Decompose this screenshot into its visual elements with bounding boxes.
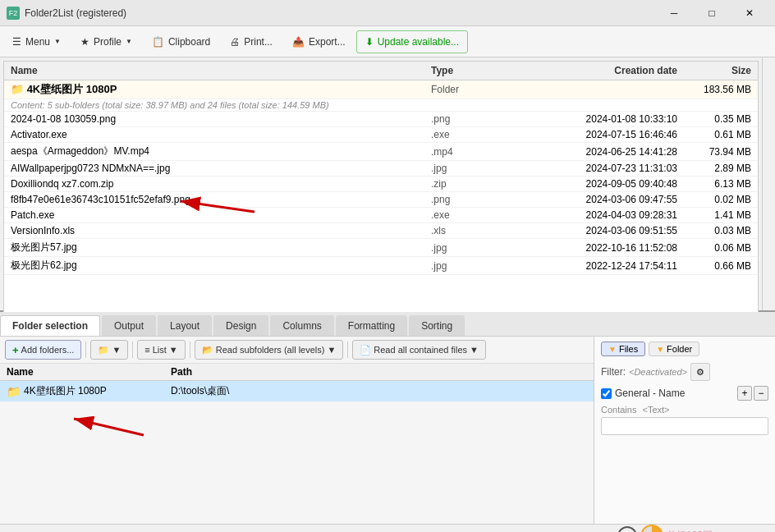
separator2 xyxy=(132,342,133,358)
col-type-header: Type xyxy=(431,65,530,76)
export-icon: 📤 xyxy=(292,36,305,48)
filter-row: General - Name + − xyxy=(601,386,768,401)
download-icon: ⬇ xyxy=(365,36,374,48)
table-row[interactable]: VersionInfo.xls .xls 2024-03-06 09:51:55… xyxy=(4,223,758,239)
add-folders-button[interactable]: + Add folders... xyxy=(5,340,81,360)
col-name-header: Name xyxy=(11,65,431,76)
file-list: Name Type Creation date Size 📁 4K壁纸图片 10… xyxy=(3,61,759,314)
subfolder-arrow-icon: ▼ xyxy=(327,345,336,355)
filter-header: Filter: <Deactivated> ⚙ xyxy=(601,363,768,381)
arrow-down-icon: ▼ xyxy=(112,345,121,355)
filter-config-button[interactable]: ⚙ xyxy=(690,363,710,381)
folder-toolbar: + Add folders... 📁 ▼ ≡ List ▼ 📂 Read xyxy=(0,337,594,364)
menu-button[interactable]: ☰ Menu ▼ xyxy=(3,30,70,53)
folder-list-header: Name Path xyxy=(0,364,594,381)
tab-design[interactable]: Design xyxy=(213,315,268,336)
separator3 xyxy=(190,342,190,358)
zoom-plus-circle[interactable]: + xyxy=(617,526,637,533)
menu-icon: ☰ xyxy=(12,36,21,48)
filter-text-input[interactable] xyxy=(601,417,768,435)
list-type-button[interactable]: ≡ List ▼ xyxy=(137,340,185,360)
main-area: Name Type Creation date Size 📁 4K壁纸图片 10… xyxy=(0,57,775,310)
plus-icon: + xyxy=(12,344,19,356)
clipboard-button[interactable]: 📋 Clipboard xyxy=(143,30,219,53)
export-button[interactable]: 📤 Export... xyxy=(283,30,355,53)
table-row: Content: 5 sub-folders (total size: 38.9… xyxy=(4,99,758,112)
app-icon: F2 xyxy=(7,7,20,20)
folder-col-name: Name xyxy=(7,366,171,378)
list-icon: ≡ xyxy=(144,345,149,355)
table-row[interactable]: 极光图片57.jpg .jpg 2022-10-16 11:52:08 0.06… xyxy=(4,239,758,257)
file-name: Activator.exe xyxy=(11,129,431,140)
tab-layout[interactable]: Layout xyxy=(158,315,212,336)
table-row[interactable]: 📁 4K壁纸图片 1080P Folder 183.56 MB xyxy=(4,80,758,99)
files-icon: 📄 xyxy=(360,345,371,355)
maximize-button[interactable]: □ xyxy=(693,0,731,26)
folder-col-path: Path xyxy=(171,366,587,378)
bottom-panel: Folder selection Output Layout Design Co… xyxy=(0,310,775,524)
table-row[interactable]: 极光图片62.jpg .jpg 2022-12-24 17:54:11 0.66… xyxy=(4,257,758,275)
filter-tab-folder[interactable]: ▼ Folder xyxy=(649,342,699,356)
file-name: aespa《Armageddon》MV.mp4 xyxy=(11,144,431,158)
folder-sm-icon: 📁 xyxy=(98,345,109,355)
tab-output[interactable]: Output xyxy=(102,315,156,336)
separator xyxy=(85,342,86,358)
preview-circle xyxy=(640,525,663,533)
profile-arrow-icon: ▼ xyxy=(126,38,132,45)
col-date-header: Creation date xyxy=(530,65,677,76)
folder-entry-icon: 📁 xyxy=(7,385,21,398)
filter-actions: + − xyxy=(737,386,768,401)
file-list-area: Name Type Creation date Size 📁 4K壁纸图片 10… xyxy=(0,57,762,310)
filter-panel: ▼ Files ▼ Folder Filter: <Deactivated> ⚙… xyxy=(594,337,775,524)
file-name: Patch.exe xyxy=(11,209,431,221)
tab-sorting[interactable]: Sorting xyxy=(409,315,465,336)
profile-button[interactable]: ★ Profile ▼ xyxy=(71,30,141,53)
watermark-text: 单机100网 xyxy=(667,529,713,532)
title-bar: F2 Folder2List (registered) ─ □ ✕ xyxy=(0,0,775,26)
filter-contains-area: Contains <Text> xyxy=(601,404,768,435)
star-icon: ★ xyxy=(80,36,89,48)
table-row[interactable]: 2024-01-08 103059.png .png 2024-01-08 10… xyxy=(4,112,758,127)
folder-icon: 📁 xyxy=(11,83,24,95)
folder-type-button[interactable]: 📁 ▼ xyxy=(90,340,128,360)
title-bar-left: F2 Folder2List (registered) xyxy=(7,7,126,20)
table-row[interactable]: Doxilliondq xz7.com.zip .zip 2024-09-05 … xyxy=(4,177,758,192)
folder-entry-name: 📁 4K壁纸图片 1080P xyxy=(7,384,171,398)
table-row[interactable]: f8fb47e0e61e36743c10151fc52efaf9.png .pn… xyxy=(4,192,758,208)
window-title: Folder2List (registered) xyxy=(25,7,126,19)
file-name: 2024-01-08 103059.png xyxy=(11,113,431,125)
files-arrow-icon: ▼ xyxy=(470,345,479,355)
table-row[interactable]: aespa《Armageddon》MV.mp4 .mp4 2024-06-25 … xyxy=(4,143,758,161)
tab-folder-selection[interactable]: Folder selection xyxy=(0,315,100,336)
file-name: 极光图片62.jpg xyxy=(11,259,431,273)
file-name: AIWallpaperjpg0723 NDMxNA==.jpg xyxy=(11,163,431,174)
print-button[interactable]: 🖨 Print... xyxy=(221,30,282,53)
filter-tab-files[interactable]: ▼ Files xyxy=(601,342,645,356)
table-row[interactable]: AIWallpaperjpg0723 NDMxNA==.jpg .jpg 202… xyxy=(4,161,758,177)
file-name: f8fb47e0e61e36743c10151fc52efaf9.png xyxy=(11,194,431,205)
read-subfolders-button[interactable]: 📂 Read subfolders (all levels) ▼ xyxy=(195,340,344,360)
minimize-button[interactable]: ─ xyxy=(655,0,693,26)
tab-columns[interactable]: Columns xyxy=(270,315,333,336)
filter-folder-icon: ▼ xyxy=(656,345,664,354)
filter-remove-button[interactable]: − xyxy=(754,386,768,401)
filter-checkbox[interactable] xyxy=(601,388,612,399)
folder-list-body: 📁 4K壁纸图片 1080P D:\tools\桌面\ xyxy=(0,381,594,524)
list-item[interactable]: 📁 4K壁纸图片 1080P D:\tools\桌面\ xyxy=(0,381,594,401)
filter-add-button[interactable]: + xyxy=(737,386,752,401)
file-name: Doxilliondq xz7.com.zip xyxy=(11,178,431,190)
table-row[interactable]: Patch.exe .exe 2024-04-03 09:28:31 1.41 … xyxy=(4,208,758,223)
file-list-body: 📁 4K壁纸图片 1080P Folder 183.56 MB Content:… xyxy=(4,80,758,310)
tab-formatting[interactable]: Formatting xyxy=(336,315,407,336)
file-name: 📁 4K壁纸图片 1080P xyxy=(11,82,431,97)
close-button[interactable]: ✕ xyxy=(731,0,768,26)
window-controls: ─ □ ✕ xyxy=(655,0,768,26)
separator4 xyxy=(347,342,348,358)
read-files-button[interactable]: 📄 Read all contained files ▼ xyxy=(352,340,486,360)
filter-files-icon: ▼ xyxy=(608,345,617,354)
scrollbar[interactable] xyxy=(762,57,775,310)
file-name: VersionInfo.xls xyxy=(11,225,431,236)
table-row[interactable]: Activator.exe .exe 2024-07-15 16:46:46 0… xyxy=(4,127,758,143)
status-bar: Copies the list content to the clipboard… xyxy=(0,524,775,532)
update-button[interactable]: ⬇ Update available... xyxy=(356,30,468,53)
